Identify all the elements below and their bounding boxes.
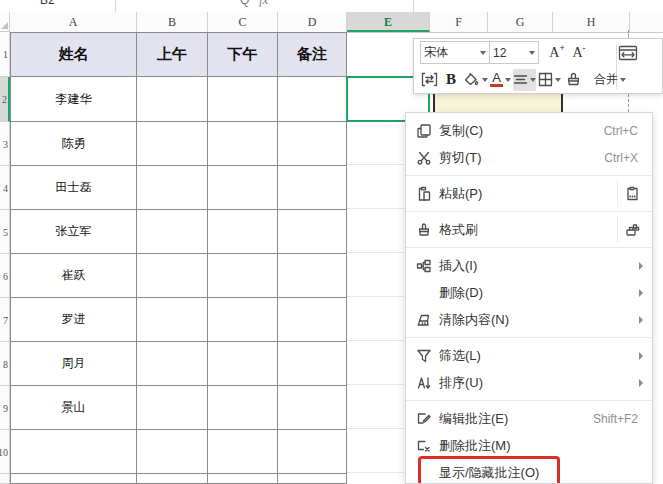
- table-row: 罗进: [10, 298, 347, 342]
- cell-a2[interactable]: 李建华: [10, 77, 137, 122]
- menu-item-delete-comment[interactable]: 删除批注(M): [406, 432, 652, 459]
- cell-b2[interactable]: [137, 77, 208, 122]
- cell-c3[interactable]: [208, 122, 278, 166]
- cell-d4[interactable]: [278, 166, 347, 210]
- cell-c7[interactable]: [208, 298, 278, 342]
- row-header-1[interactable]: 1: [0, 32, 10, 77]
- cell-a1[interactable]: 姓名: [10, 32, 137, 77]
- cell-c1[interactable]: 下午: [208, 32, 278, 77]
- column-header-g[interactable]: G: [488, 12, 553, 32]
- row-header-11[interactable]: [0, 474, 10, 484]
- menu-item-insert[interactable]: 插入(I): [406, 252, 652, 279]
- menu-item-cut[interactable]: 剪切(T) Ctrl+X: [406, 144, 652, 171]
- cell-d2[interactable]: [278, 77, 347, 122]
- cell-d3[interactable]: [278, 122, 347, 166]
- column-header-a[interactable]: A: [10, 12, 137, 32]
- table-row: [10, 474, 347, 484]
- format-painter-button[interactable]: [563, 69, 583, 91]
- menu-item-copy[interactable]: 复制(C) Ctrl+C: [406, 117, 652, 144]
- row-header-8[interactable]: 8: [0, 342, 10, 386]
- format-settings-button[interactable]: [419, 69, 439, 91]
- menu-item-sort[interactable]: 排序(U): [406, 369, 652, 396]
- cell-d5[interactable]: [278, 210, 347, 254]
- row-header-2-selected[interactable]: 2: [0, 77, 10, 122]
- cell-b1[interactable]: 上午: [137, 32, 208, 77]
- cell-a7[interactable]: 罗进: [10, 298, 137, 342]
- font-size-select[interactable]: 12: [490, 42, 538, 63]
- column-header-f[interactable]: F: [430, 12, 488, 32]
- select-all-corner[interactable]: [0, 12, 10, 32]
- menu-item-format-painter[interactable]: 格式刷: [406, 216, 652, 243]
- table-row: 李建华: [10, 77, 347, 122]
- menu-item-show-hide-comment[interactable]: 显示/隐藏批注(O): [406, 459, 652, 484]
- row-header-7[interactable]: 7: [0, 298, 10, 342]
- row-header-5[interactable]: 5: [0, 210, 10, 254]
- cell-a6[interactable]: 崔跃: [10, 254, 137, 298]
- cell-a8[interactable]: 周月: [10, 342, 137, 386]
- font-name-select[interactable]: 宋体: [421, 42, 490, 63]
- column-header-h[interactable]: H: [553, 12, 630, 32]
- cell-b6[interactable]: [137, 254, 208, 298]
- chevron-down-icon: [480, 51, 486, 55]
- cell-b10[interactable]: [137, 430, 208, 474]
- fx-icon[interactable]: fx: [259, 0, 268, 7]
- menu-item-delete[interactable]: 删除(D): [406, 279, 652, 306]
- increase-font-button[interactable]: A+: [547, 42, 567, 64]
- cell-b9[interactable]: [137, 386, 208, 430]
- cell-c6[interactable]: [208, 254, 278, 298]
- autofit-width-button[interactable]: [618, 42, 638, 64]
- cell-b4[interactable]: [137, 166, 208, 210]
- cell-c4[interactable]: [208, 166, 278, 210]
- cell-b3[interactable]: [137, 122, 208, 166]
- merge-button[interactable]: 合并: [594, 69, 626, 91]
- cell-a10[interactable]: [10, 430, 137, 474]
- column-header-b[interactable]: B: [137, 12, 208, 32]
- alignment-button[interactable]: [513, 69, 536, 91]
- cell-a9[interactable]: 景山: [10, 386, 137, 430]
- cell-d10[interactable]: [278, 430, 347, 474]
- borders-button[interactable]: [538, 69, 561, 91]
- cell-a11[interactable]: [10, 474, 137, 484]
- format-painter-plus-button[interactable]: [617, 216, 646, 243]
- format-painter-plus-icon: [624, 222, 641, 238]
- bold-button[interactable]: B: [441, 69, 461, 91]
- column-header-d[interactable]: D: [278, 12, 347, 32]
- menu-item-edit-comment[interactable]: 编辑批注(E) Shift+F2: [406, 405, 652, 432]
- name-box[interactable]: B2: [0, 0, 116, 12]
- cell-c5[interactable]: [208, 210, 278, 254]
- column-header-e-selected[interactable]: E: [347, 12, 430, 32]
- menu-item-clear-contents[interactable]: 清除内容(N): [406, 306, 652, 333]
- cell-a4[interactable]: 田士磊: [10, 166, 137, 210]
- cell-c11[interactable]: [208, 474, 278, 484]
- cell-d9[interactable]: [278, 386, 347, 430]
- cell-c2[interactable]: [208, 77, 278, 122]
- font-color-button[interactable]: A: [490, 69, 511, 91]
- row-header-10[interactable]: 10: [0, 430, 10, 474]
- cell-b5[interactable]: [137, 210, 208, 254]
- row-header-3[interactable]: 3: [0, 122, 10, 166]
- cell-b11[interactable]: [137, 474, 208, 484]
- magnifier-icon[interactable]: Q: [240, 0, 249, 7]
- row-header-6[interactable]: 6: [0, 254, 10, 298]
- cell-d1[interactable]: 备注: [278, 32, 347, 77]
- row-header-4[interactable]: 4: [0, 166, 10, 210]
- cell-d8[interactable]: [278, 342, 347, 386]
- filter-funnel-icon: [415, 347, 433, 365]
- cell-d7[interactable]: [278, 298, 347, 342]
- cell-d11[interactable]: [278, 474, 347, 484]
- cell-d6[interactable]: [278, 254, 347, 298]
- decrease-font-button[interactable]: A-: [569, 42, 589, 64]
- menu-item-paste[interactable]: 粘贴(P): [406, 180, 652, 207]
- cell-c9[interactable]: [208, 386, 278, 430]
- cell-a3[interactable]: 陈勇: [10, 122, 137, 166]
- column-header-c[interactable]: C: [208, 12, 278, 32]
- fill-color-button[interactable]: [463, 69, 488, 91]
- row-header-9[interactable]: 9: [0, 386, 10, 430]
- cell-c10[interactable]: [208, 430, 278, 474]
- cell-c8[interactable]: [208, 342, 278, 386]
- cell-b8[interactable]: [137, 342, 208, 386]
- paste-special-button[interactable]: [617, 180, 646, 207]
- menu-item-filter[interactable]: 筛选(L): [406, 342, 652, 369]
- cell-b7[interactable]: [137, 298, 208, 342]
- cell-a5[interactable]: 张立军: [10, 210, 137, 254]
